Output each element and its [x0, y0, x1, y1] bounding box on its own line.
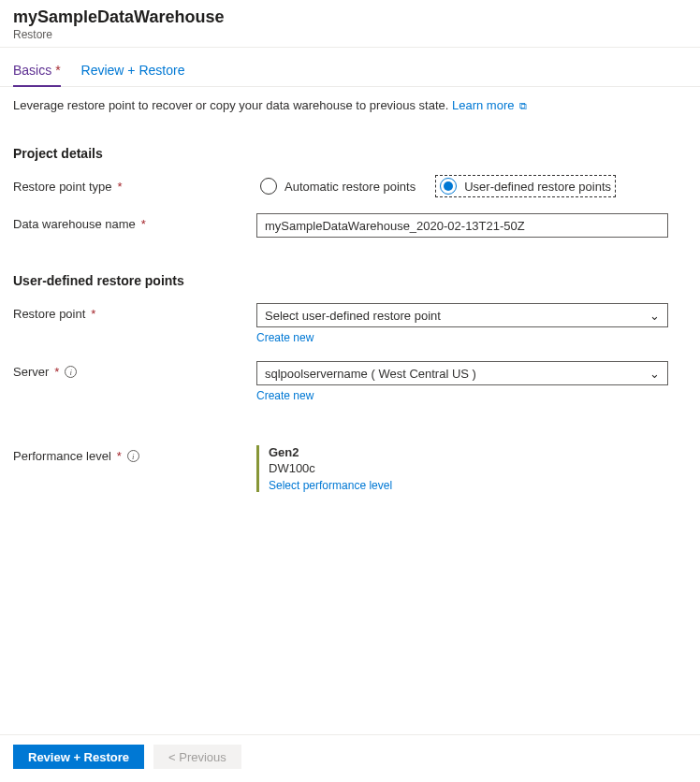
- performance-tier: Gen2: [269, 445, 668, 459]
- chevron-down-icon: ⌄: [649, 367, 660, 381]
- link-create-new-restore-point[interactable]: Create new: [256, 331, 314, 344]
- label-restore-point: Restore point *: [13, 303, 256, 321]
- performance-sku: DW100c: [269, 461, 668, 475]
- link-select-performance-level[interactable]: Select performance level: [269, 479, 392, 492]
- row-data-warehouse-name: Data warehouse name *: [13, 213, 687, 238]
- tab-basics-label: Basics: [13, 63, 51, 78]
- label-server: Server * i: [13, 361, 256, 379]
- select-restore-point[interactable]: Select user-defined restore point ⌄: [256, 303, 668, 327]
- info-icon[interactable]: i: [127, 450, 139, 462]
- learn-more-link[interactable]: Learn more ⧉: [452, 98, 527, 112]
- tab-review-restore[interactable]: Review + Restore: [81, 63, 185, 86]
- label-restore-point-type: Restore point type *: [13, 176, 256, 194]
- page-header: mySampleDataWarehouse Restore: [0, 0, 700, 48]
- wizard-footer: Review + Restore < Previous: [0, 734, 700, 782]
- tab-basics[interactable]: Basics *: [13, 63, 61, 87]
- info-icon[interactable]: i: [65, 366, 77, 378]
- radio-user-defined-restore-points[interactable]: User-defined restore points: [436, 176, 615, 196]
- intro-text: Leverage restore point to recover or cop…: [13, 98, 687, 112]
- link-create-new-server[interactable]: Create new: [256, 389, 314, 402]
- row-restore-point: Restore point * Select user-defined rest…: [13, 303, 687, 344]
- performance-level-display: Gen2 DW100c Select performance level: [256, 445, 668, 492]
- row-server: Server * i sqlpoolservername ( West Cent…: [13, 361, 687, 402]
- label-data-warehouse-name: Data warehouse name *: [13, 213, 256, 231]
- page-title: mySampleDataWarehouse: [13, 7, 687, 27]
- chevron-down-icon: ⌄: [649, 309, 660, 323]
- radio-icon: [440, 178, 457, 195]
- radio-icon: [260, 178, 277, 195]
- input-data-warehouse-name[interactable]: [256, 213, 668, 238]
- radio-automatic-restore-points[interactable]: Automatic restore points: [256, 176, 419, 196]
- tab-bar: Basics * Review + Restore: [0, 48, 700, 87]
- radio-group-restore-point-type: Automatic restore points User-defined re…: [256, 176, 668, 196]
- page-subtitle: Restore: [13, 28, 687, 41]
- section-user-defined-restore-points: User-defined restore points: [13, 273, 687, 288]
- row-restore-point-type: Restore point type * Automatic restore p…: [13, 176, 687, 196]
- label-performance-level: Performance level * i: [13, 445, 256, 463]
- row-performance-level: Performance level * i Gen2 DW100c Select…: [13, 445, 687, 492]
- external-link-icon: ⧉: [519, 100, 527, 111]
- section-project-details: Project details: [13, 146, 687, 161]
- form-content: Leverage restore point to recover or cop…: [0, 87, 700, 492]
- button-review-restore[interactable]: Review + Restore: [13, 745, 144, 769]
- button-previous: < Previous: [153, 745, 241, 769]
- select-server[interactable]: sqlpoolservername ( West Central US ) ⌄: [256, 361, 668, 385]
- required-marker: *: [55, 63, 60, 78]
